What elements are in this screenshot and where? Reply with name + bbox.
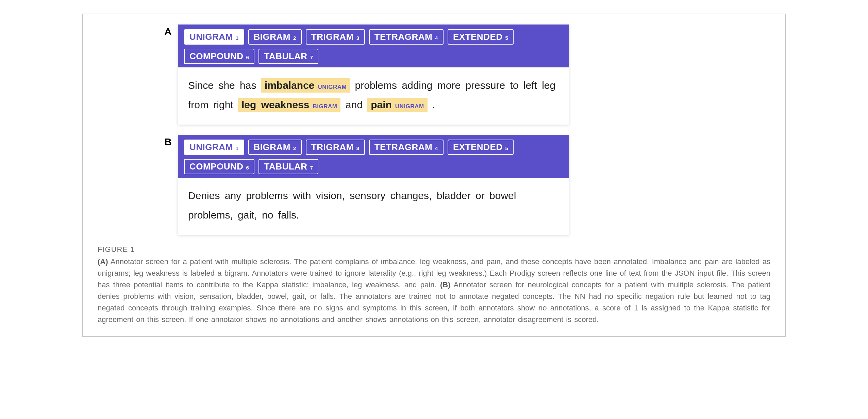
tag-label: BIGRAM xyxy=(254,142,290,152)
highlight-term: pain xyxy=(371,99,392,110)
tag-label: EXTENDED xyxy=(453,142,503,152)
tag-label: EXTENDED xyxy=(453,32,503,42)
tag-label: TABULAR xyxy=(264,161,307,172)
tag-num: 7 xyxy=(310,54,313,60)
figure-number: FIGURE 1 xyxy=(98,245,770,254)
caption-part-b-label: (B) xyxy=(440,280,451,289)
tag-trigram[interactable]: TRIGRAM3 xyxy=(306,140,365,155)
caption-part-a-label: (A) xyxy=(98,257,108,266)
tag-extended[interactable]: EXTENDED5 xyxy=(448,29,514,45)
tag-label: UNIGRAM xyxy=(189,142,233,152)
panel-b-sentence: Denies any problems with vision, sensory… xyxy=(178,178,569,235)
tag-num: 4 xyxy=(435,145,438,151)
tag-label: TRIGRAM xyxy=(311,32,354,42)
text-segment: Since she has xyxy=(188,80,261,91)
tag-num: 1 xyxy=(236,145,239,151)
tag-label: TABULAR xyxy=(264,51,307,62)
tag-unigram[interactable]: UNIGRAM1 xyxy=(184,140,244,155)
highlight-leg-weakness[interactable]: leg weaknessBIGRAM xyxy=(238,98,340,112)
panel-a-row: A UNIGRAM1 BIGRAM2 TRIGRAM3 TETRAGRAM4 E… xyxy=(96,25,772,125)
panel-a-card: UNIGRAM1 BIGRAM2 TRIGRAM3 TETRAGRAM4 EXT… xyxy=(178,25,569,125)
tag-tetragram[interactable]: TETRAGRAM4 xyxy=(369,29,444,45)
highlight-term: leg weakness xyxy=(241,99,309,110)
tag-tabular[interactable]: TABULAR7 xyxy=(258,49,318,64)
tag-num: 2 xyxy=(293,145,296,151)
tag-bigram[interactable]: BIGRAM2 xyxy=(248,29,302,45)
tag-trigram[interactable]: TRIGRAM3 xyxy=(306,29,365,45)
figure-frame: A UNIGRAM1 BIGRAM2 TRIGRAM3 TETRAGRAM4 E… xyxy=(82,14,786,337)
tag-label: UNIGRAM xyxy=(189,32,233,42)
highlight-imbalance[interactable]: imbalanceUNIGRAM xyxy=(261,78,350,93)
panel-b-tagbar: UNIGRAM1 BIGRAM2 TRIGRAM3 TETRAGRAM4 EXT… xyxy=(178,135,569,178)
tag-bigram[interactable]: BIGRAM2 xyxy=(248,140,302,155)
text-segment: and xyxy=(346,99,367,110)
tag-label: COMPOUND xyxy=(189,51,244,62)
tag-unigram[interactable]: UNIGRAM1 xyxy=(184,29,244,45)
figure-caption: FIGURE 1 (A) Annotator screen for a pati… xyxy=(96,245,772,326)
tag-num: 4 xyxy=(435,35,438,41)
highlight-pain[interactable]: painUNIGRAM xyxy=(367,98,427,112)
tag-num: 7 xyxy=(310,165,313,171)
highlight-badge: UNIGRAM xyxy=(395,103,424,110)
text-segment: . xyxy=(432,99,435,110)
highlight-badge: UNIGRAM xyxy=(318,84,347,90)
tag-label: TETRAGRAM xyxy=(374,32,433,42)
tag-label: TETRAGRAM xyxy=(374,142,433,152)
tag-compound[interactable]: COMPOUND6 xyxy=(184,49,254,64)
tag-num: 6 xyxy=(246,165,249,171)
panel-b-label: B xyxy=(164,135,178,148)
tag-num: 6 xyxy=(246,54,249,60)
tag-extended[interactable]: EXTENDED5 xyxy=(448,140,514,155)
tag-compound[interactable]: COMPOUND6 xyxy=(184,159,254,174)
tag-tabular[interactable]: TABULAR7 xyxy=(258,159,318,174)
panel-b-card: UNIGRAM1 BIGRAM2 TRIGRAM3 TETRAGRAM4 EXT… xyxy=(178,135,569,235)
tag-label: COMPOUND xyxy=(189,161,244,172)
highlight-badge: BIGRAM xyxy=(313,103,337,110)
highlight-term: imbalance xyxy=(265,80,315,91)
tag-num: 3 xyxy=(356,35,360,41)
tag-num: 2 xyxy=(293,35,296,41)
panel-a-sentence: Since she has imbalanceUNIGRAM problems … xyxy=(178,67,569,125)
tag-num: 5 xyxy=(505,145,508,151)
tag-tetragram[interactable]: TETRAGRAM4 xyxy=(369,140,444,155)
panel-a-tagbar: UNIGRAM1 BIGRAM2 TRIGRAM3 TETRAGRAM4 EXT… xyxy=(178,25,569,67)
tag-num: 1 xyxy=(236,35,239,41)
panel-b-row: B UNIGRAM1 BIGRAM2 TRIGRAM3 TETRAGRAM4 E… xyxy=(96,135,772,235)
panel-a-label: A xyxy=(164,25,178,37)
tag-label: BIGRAM xyxy=(254,32,290,42)
tag-label: TRIGRAM xyxy=(311,142,354,152)
tag-num: 3 xyxy=(356,145,360,151)
tag-num: 5 xyxy=(505,35,508,41)
caption-text: (A) Annotator screen for a patient with … xyxy=(98,256,770,326)
